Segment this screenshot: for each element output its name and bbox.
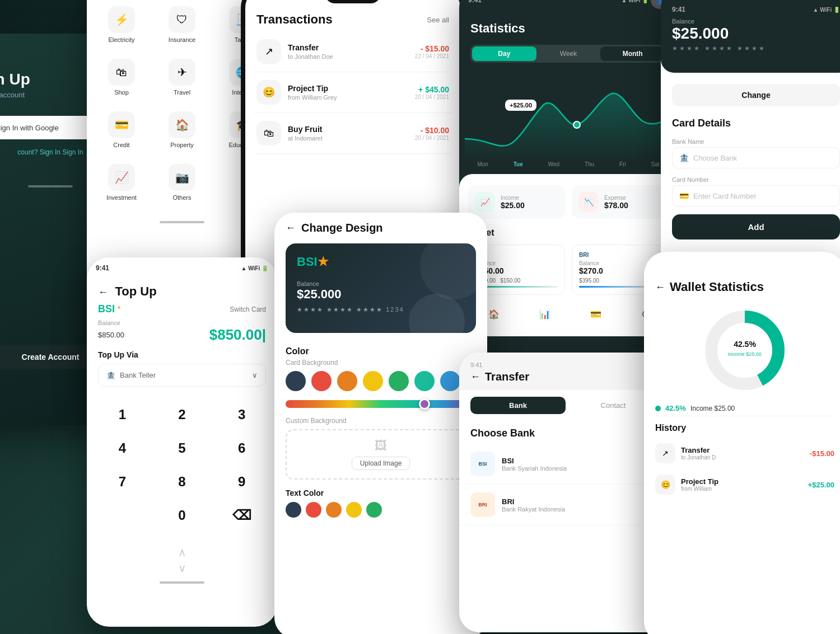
custom-bg-label: Custom Background xyxy=(274,417,487,429)
history-project-tip[interactable]: 😊 Project Tip from William +$25.00 xyxy=(644,469,840,500)
chart-svg xyxy=(465,72,672,161)
stats-nav-stats[interactable]: 📊 xyxy=(539,309,550,320)
bri-bank-full: Bank Rakyat Indonesia xyxy=(502,506,565,513)
color-dot-yellow[interactable] xyxy=(363,371,383,391)
period-tab-month[interactable]: Month xyxy=(600,46,665,61)
donut-svg: 42.5% Income $25.00 xyxy=(700,306,790,395)
text-color-dark[interactable] xyxy=(286,502,301,518)
svg-text:42.5%: 42.5% xyxy=(734,340,756,349)
key-7[interactable]: 7 xyxy=(92,465,152,499)
add-card-button[interactable]: Add xyxy=(672,214,840,239)
bsi-bank-name: BSI xyxy=(502,457,567,465)
category-travel[interactable]: ✈ Travel xyxy=(152,51,212,104)
investment-icon: 📈 xyxy=(108,164,135,191)
topup-title: Top Up xyxy=(115,284,156,298)
income-icon: 📈 xyxy=(475,192,495,212)
travel-icon: ✈ xyxy=(169,59,195,86)
bsi-progress xyxy=(475,286,558,288)
gradient-bar-container xyxy=(274,400,487,417)
google-label: Sign In with Google xyxy=(0,124,59,132)
gradient-slider[interactable] xyxy=(286,400,476,408)
stats-status-time: 9:41 xyxy=(468,0,482,4)
choose-bank-title: Choose Bank xyxy=(459,421,672,444)
property-label: Property xyxy=(170,142,194,148)
wallet-stats-header: ← Wallet Statistics xyxy=(644,252,840,300)
color-dot-row xyxy=(274,371,487,400)
text-color-orange[interactable] xyxy=(326,502,342,518)
cat-home-indicator xyxy=(160,221,204,223)
bank-tab[interactable]: Bank xyxy=(470,397,566,414)
key-9[interactable]: 9 xyxy=(212,465,272,499)
bank-bsi[interactable]: BSI BSI Bank Syariah Indonesia ✓ xyxy=(459,444,672,485)
bank-bri[interactable]: BRI BRI Bank Rakyat Indonesia xyxy=(459,485,672,525)
key-0[interactable]: 0 xyxy=(152,499,212,532)
period-tab-week[interactable]: Week xyxy=(536,46,601,61)
color-dot-red[interactable] xyxy=(311,371,332,391)
stats-nav-home[interactable]: 🏠 xyxy=(488,309,500,320)
transfer-header: 9:41 ← Transfer xyxy=(459,353,672,390)
txn-buy-fruit[interactable]: 🛍 Buy Fruit at Indomaret - $10.00 20 / 0… xyxy=(254,113,451,154)
category-investment[interactable]: 📈 Investment xyxy=(91,156,152,209)
color-dot-blue[interactable] xyxy=(440,371,460,391)
credit-icon: 💳 xyxy=(108,111,135,138)
donut-chart: 42.5% Income $25.00 xyxy=(644,306,840,395)
bank-icon: 🏦 xyxy=(106,371,115,379)
color-section-label: Color xyxy=(274,342,487,359)
text-color-red[interactable] xyxy=(306,502,321,518)
key-5[interactable]: 5 xyxy=(152,431,212,465)
shop-label: Shop xyxy=(114,89,129,96)
scroll-up-icon: ∧ xyxy=(87,543,277,561)
change-button[interactable]: Change xyxy=(672,84,840,106)
key-3[interactable]: 3 xyxy=(212,398,272,431)
txn-project-tip[interactable]: 😊 Project Tip from William Grey + $45.00… xyxy=(254,72,451,113)
category-electricity[interactable]: ⚡ Electricity xyxy=(91,0,152,51)
legend-income: 42.5% Income $25.00 xyxy=(655,401,834,416)
chevron-down-icon: ∨ xyxy=(252,371,258,379)
color-dot-dark[interactable] xyxy=(286,371,306,391)
topup-back-button[interactable]: ← xyxy=(98,287,108,298)
category-others[interactable]: 📷 Others xyxy=(152,156,212,209)
category-shop[interactable]: 🛍 Shop xyxy=(91,51,152,104)
text-color-yellow[interactable] xyxy=(346,502,362,518)
key-backspace[interactable]: ⌫ xyxy=(212,499,272,532)
text-color-green[interactable] xyxy=(366,502,382,518)
svg-text:Income $25.00: Income $25.00 xyxy=(728,351,762,357)
hist-tip-icon: 😊 xyxy=(655,475,675,495)
day-tue[interactable]: Tue xyxy=(514,161,523,167)
gradient-thumb[interactable] xyxy=(419,398,430,410)
day-wed: Wed xyxy=(548,161,559,167)
transfer-back-button[interactable]: ← xyxy=(470,371,480,383)
key-8[interactable]: 8 xyxy=(152,465,212,499)
project-tip-info: Project Tip from William Grey xyxy=(288,84,408,101)
category-property[interactable]: 🏠 Property xyxy=(152,104,212,156)
bank-name-input[interactable]: 🏦 Choose Bank xyxy=(672,147,840,168)
topup-balance-label: Balance xyxy=(87,320,277,326)
chart-tooltip: +$25.00 xyxy=(505,100,536,111)
wallet-stats-back-button[interactable]: ← xyxy=(655,281,665,293)
switch-card-button[interactable]: Switch Card xyxy=(230,306,266,313)
upload-image-button[interactable]: Upload Image xyxy=(352,457,410,470)
color-dot-orange[interactable] xyxy=(337,371,357,391)
card-number-input[interactable]: 💳 Enter Card Number xyxy=(672,185,840,206)
cd-back-button[interactable]: ← xyxy=(286,222,296,234)
key-1[interactable]: 1 xyxy=(92,398,152,431)
key-2[interactable]: 2 xyxy=(152,398,212,431)
see-all-button[interactable]: See all xyxy=(427,16,449,24)
day-sat: Sat xyxy=(651,161,660,167)
transfer-status-time: 9:41 xyxy=(470,361,661,368)
investment-label: Investment xyxy=(106,194,137,201)
topup-bsi-logo: BSI ★ xyxy=(98,303,121,315)
color-dot-teal[interactable] xyxy=(414,371,435,391)
category-insurance[interactable]: 🛡 Insurance xyxy=(152,0,212,51)
color-dot-green[interactable] xyxy=(389,371,409,391)
stats-nav-card[interactable]: 💳 xyxy=(590,309,601,320)
key-6[interactable]: 6 xyxy=(212,431,272,465)
bank-teller-dropdown[interactable]: 🏦 Bank Teller ∨ xyxy=(98,364,266,387)
day-mon: Mon xyxy=(477,161,488,167)
category-credit[interactable]: 💳 Credit xyxy=(91,104,152,156)
period-tab-day[interactable]: Day xyxy=(472,46,536,61)
txn-transfer[interactable]: ↗ Transfer to Jonathan Doe - $15.00 22 /… xyxy=(254,31,451,72)
wallet-section-title: Wallet xyxy=(468,228,669,238)
history-transfer[interactable]: ↗ Transfer to Jonathan D -$15.00 xyxy=(644,438,840,469)
key-4[interactable]: 4 xyxy=(92,431,152,465)
